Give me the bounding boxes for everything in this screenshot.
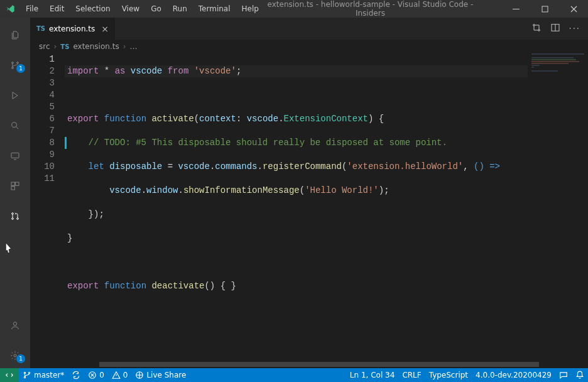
problems-status[interactable]: 0 0: [84, 368, 131, 382]
svg-point-4: [17, 62, 19, 64]
status-bar: master* 0 0 Live Share Ln 1, Col 34 CRLF…: [0, 368, 588, 382]
code-line: import * as vscode from 'vscode';: [65, 65, 528, 77]
modified-indicator: [65, 137, 67, 149]
horizontal-scrollbar[interactable]: [30, 361, 588, 368]
svg-point-12: [17, 218, 19, 220]
svg-point-16: [538, 30, 540, 31]
remote-tab[interactable]: [0, 138, 30, 168]
title-bar: File Edit Selection View Go Run Terminal…: [0, 0, 588, 18]
menu-file[interactable]: File: [20, 0, 44, 18]
remote-icon: [10, 148, 20, 158]
menu-view[interactable]: View: [116, 0, 145, 18]
svg-rect-6: [11, 153, 19, 158]
breadcrumb-folder[interactable]: src: [39, 42, 50, 51]
menu-run[interactable]: Run: [167, 0, 193, 18]
account-tab[interactable]: [0, 308, 30, 338]
extensions-icon: [10, 178, 20, 188]
code-line: }: [65, 232, 528, 244]
scm-badge: 1: [16, 64, 25, 73]
svg-rect-8: [16, 182, 19, 185]
svg-point-18: [24, 372, 25, 373]
code-line: [65, 304, 528, 316]
maximize-button[interactable]: [530, 0, 559, 18]
live-share-status[interactable]: Live Share: [131, 368, 190, 382]
scrollbar-thumb[interactable]: [99, 362, 539, 367]
menu-help[interactable]: Help: [236, 0, 264, 18]
menu-selection[interactable]: Selection: [70, 0, 116, 18]
tab-label: extension.ts: [49, 25, 95, 33]
chevron-right-icon: ›: [123, 42, 126, 51]
svg-point-3: [12, 67, 14, 69]
remote-indicator[interactable]: [0, 368, 19, 382]
menu-edit[interactable]: Edit: [44, 0, 70, 18]
svg-point-15: [533, 25, 535, 26]
minimize-button[interactable]: [501, 0, 530, 18]
svg-rect-9: [11, 187, 14, 190]
menu-terminal[interactable]: Terminal: [193, 0, 236, 18]
more-actions-icon[interactable]: ···: [569, 24, 580, 33]
mouse-cursor: [0, 241, 18, 260]
app-logo: [0, 4, 20, 14]
account-icon: [10, 318, 20, 328]
svg-point-5: [12, 123, 17, 128]
code-editor[interactable]: 1 2 3 4 5 6 7 8 9 10 11 import * as vsco…: [30, 53, 588, 361]
code-line: let disposable = vscode.commands.registe…: [65, 161, 528, 173]
main-area: 1 1 TS extension.ts ×: [0, 18, 588, 368]
svg-point-11: [12, 218, 14, 220]
close-button[interactable]: [559, 0, 588, 18]
window-controls: [501, 0, 588, 18]
minimap[interactable]: [528, 53, 588, 361]
svg-point-19: [24, 376, 25, 378]
svg-point-10: [12, 213, 14, 215]
code-line: vscode.window.showInformationMessage('He…: [65, 185, 528, 197]
feedback-status[interactable]: [555, 368, 572, 382]
search-tab[interactable]: [0, 108, 30, 138]
close-tab-icon[interactable]: ×: [101, 24, 109, 34]
code-line: // TODO: #5 This disposable should reall…: [65, 137, 528, 149]
code-line: export function activate(context: vscode…: [65, 113, 528, 125]
language-mode-status[interactable]: TypeScript: [425, 368, 472, 382]
window-title: extension.ts - helloworld-sample - Visua…: [264, 0, 501, 18]
scm-tab[interactable]: 1: [0, 48, 30, 78]
ts-version-status[interactable]: 4.0.0-dev.20200429: [472, 368, 555, 382]
notifications-status[interactable]: [572, 368, 588, 382]
pull-requests-tab[interactable]: [0, 199, 30, 229]
ts-file-icon: TS: [36, 25, 45, 32]
svg-point-13: [13, 322, 16, 325]
tab-extension-ts[interactable]: TS extension.ts ×: [30, 18, 116, 40]
split-editor-icon[interactable]: [550, 23, 560, 35]
editor-group: TS extension.ts × ··· src › TS extension…: [30, 18, 588, 368]
editor-actions: ···: [524, 18, 588, 40]
svg-point-14: [14, 354, 16, 357]
run-debug-tab[interactable]: [0, 78, 30, 108]
svg-point-20: [28, 372, 30, 373]
menu-go[interactable]: Go: [145, 0, 167, 18]
pull-request-icon: [10, 209, 20, 219]
compare-icon[interactable]: [531, 23, 542, 35]
line-number-gutter: 1 2 3 4 5 6 7 8 9 10 11: [30, 53, 65, 361]
git-sync-status[interactable]: [68, 368, 84, 382]
breadcrumb-more[interactable]: …: [129, 42, 137, 51]
extensions-tab[interactable]: [0, 168, 30, 199]
svg-rect-1: [542, 6, 548, 12]
git-branch-status[interactable]: master*: [19, 368, 68, 382]
breadcrumb-file[interactable]: extension.ts: [73, 42, 119, 51]
code-line: export function deactivate() { }: [65, 280, 528, 292]
ts-file-icon: TS: [60, 43, 69, 50]
code-content[interactable]: import * as vscode from 'vscode'; export…: [65, 53, 528, 361]
svg-rect-7: [11, 182, 14, 185]
cursor-position-status[interactable]: Ln 1, Col 34: [346, 368, 399, 382]
settings-tab[interactable]: 1: [0, 338, 30, 368]
search-icon: [10, 118, 20, 128]
breadcrumbs[interactable]: src › TS extension.ts › …: [30, 40, 588, 53]
files-icon: [10, 28, 20, 38]
settings-badge: 1: [16, 354, 25, 363]
explorer-tab[interactable]: [0, 18, 30, 48]
chevron-right-icon: ›: [54, 42, 57, 51]
eol-status[interactable]: CRLF: [398, 368, 425, 382]
svg-point-2: [12, 62, 14, 64]
play-bug-icon: [10, 88, 20, 98]
code-line: [65, 256, 528, 268]
code-line: [65, 89, 528, 101]
svg-rect-0: [513, 9, 520, 9]
